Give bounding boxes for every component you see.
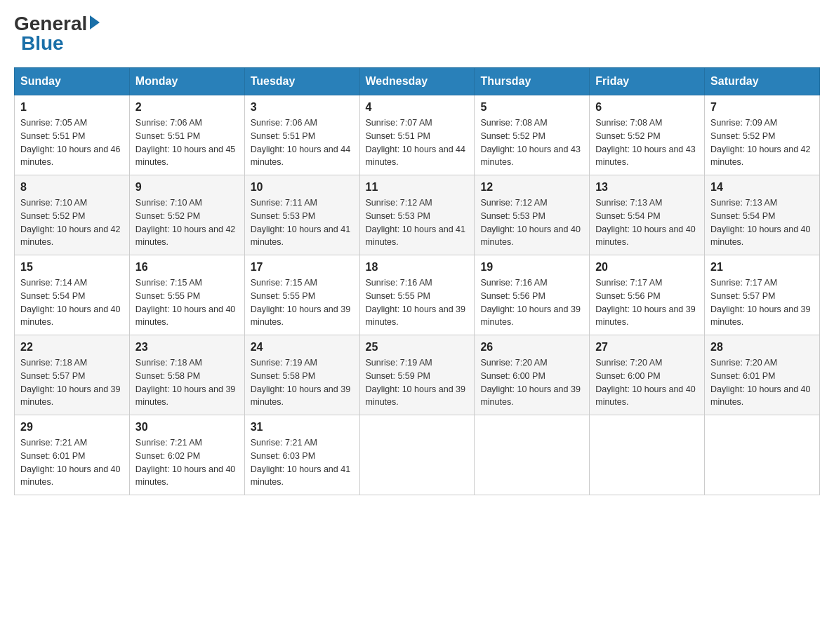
day-info: Sunrise: 7:17 AMSunset: 5:57 PMDaylight:…: [710, 278, 810, 327]
calendar-cell: 23 Sunrise: 7:18 AMSunset: 5:58 PMDaylig…: [129, 335, 244, 415]
day-number: 18: [366, 261, 469, 274]
day-info: Sunrise: 7:12 AMSunset: 5:53 PMDaylight:…: [480, 198, 580, 247]
logo-arrow-icon: [90, 15, 100, 29]
calendar-cell: 6 Sunrise: 7:08 AMSunset: 5:52 PMDayligh…: [590, 95, 705, 175]
calendar-cell: 24 Sunrise: 7:19 AMSunset: 5:58 PMDaylig…: [244, 335, 359, 415]
calendar-week-row: 29 Sunrise: 7:21 AMSunset: 6:01 PMDaylig…: [15, 415, 820, 495]
calendar-cell: 4 Sunrise: 7:07 AMSunset: 5:51 PMDayligh…: [359, 95, 475, 175]
day-info: Sunrise: 7:19 AMSunset: 5:58 PMDaylight:…: [251, 358, 350, 407]
calendar-cell: 18 Sunrise: 7:16 AMSunset: 5:55 PMDaylig…: [359, 255, 475, 335]
day-number: 29: [20, 421, 124, 434]
day-info: Sunrise: 7:06 AMSunset: 5:51 PMDaylight:…: [251, 118, 350, 167]
day-number: 26: [480, 341, 583, 354]
day-info: Sunrise: 7:14 AMSunset: 5:54 PMDaylight:…: [20, 278, 120, 327]
calendar-cell: 30 Sunrise: 7:21 AMSunset: 6:02 PMDaylig…: [129, 415, 244, 495]
day-info: Sunrise: 7:13 AMSunset: 5:54 PMDaylight:…: [595, 198, 695, 247]
day-info: Sunrise: 7:06 AMSunset: 5:51 PMDaylight:…: [135, 118, 235, 167]
day-info: Sunrise: 7:16 AMSunset: 5:55 PMDaylight:…: [366, 278, 465, 327]
calendar-cell: 20 Sunrise: 7:17 AMSunset: 5:56 PMDaylig…: [590, 255, 705, 335]
day-number: 2: [135, 101, 239, 114]
day-info: Sunrise: 7:18 AMSunset: 5:58 PMDaylight:…: [135, 358, 235, 407]
day-info: Sunrise: 7:18 AMSunset: 5:57 PMDaylight:…: [20, 358, 120, 407]
calendar-cell: 10 Sunrise: 7:11 AMSunset: 5:53 PMDaylig…: [244, 175, 359, 255]
day-number: 4: [366, 101, 469, 114]
day-info: Sunrise: 7:10 AMSunset: 5:52 PMDaylight:…: [20, 198, 120, 247]
calendar-week-row: 15 Sunrise: 7:14 AMSunset: 5:54 PMDaylig…: [15, 255, 820, 335]
day-info: Sunrise: 7:15 AMSunset: 5:55 PMDaylight:…: [135, 278, 235, 327]
weekday-header-sunday: Sunday: [15, 68, 130, 95]
calendar-cell: 5 Sunrise: 7:08 AMSunset: 5:52 PMDayligh…: [475, 95, 590, 175]
logo-blue-text: Blue: [14, 34, 64, 53]
logo-general-text: General: [14, 14, 87, 34]
day-number: 11: [366, 181, 469, 194]
day-number: 24: [251, 341, 354, 354]
weekday-header-thursday: Thursday: [475, 68, 590, 95]
calendar-cell: 25 Sunrise: 7:19 AMSunset: 5:59 PMDaylig…: [359, 335, 475, 415]
day-info: Sunrise: 7:21 AMSunset: 6:01 PMDaylight:…: [20, 438, 120, 487]
day-number: 5: [480, 101, 583, 114]
calendar-cell: 11 Sunrise: 7:12 AMSunset: 5:53 PMDaylig…: [359, 175, 475, 255]
calendar-week-row: 1 Sunrise: 7:05 AMSunset: 5:51 PMDayligh…: [15, 95, 820, 175]
day-number: 20: [595, 261, 699, 274]
day-number: 21: [710, 261, 814, 274]
day-info: Sunrise: 7:20 AMSunset: 6:01 PMDaylight:…: [710, 358, 810, 407]
calendar-cell: 28 Sunrise: 7:20 AMSunset: 6:01 PMDaylig…: [705, 335, 820, 415]
day-info: Sunrise: 7:12 AMSunset: 5:53 PMDaylight:…: [366, 198, 465, 247]
calendar-week-row: 22 Sunrise: 7:18 AMSunset: 5:57 PMDaylig…: [15, 335, 820, 415]
calendar-cell: 31 Sunrise: 7:21 AMSunset: 6:03 PMDaylig…: [244, 415, 359, 495]
day-info: Sunrise: 7:16 AMSunset: 5:56 PMDaylight:…: [480, 278, 580, 327]
calendar-cell: 8 Sunrise: 7:10 AMSunset: 5:52 PMDayligh…: [15, 175, 130, 255]
calendar-cell: [475, 415, 590, 495]
day-info: Sunrise: 7:17 AMSunset: 5:56 PMDaylight:…: [595, 278, 695, 327]
day-number: 10: [251, 181, 354, 194]
day-info: Sunrise: 7:08 AMSunset: 5:52 PMDaylight:…: [480, 118, 580, 167]
day-info: Sunrise: 7:13 AMSunset: 5:54 PMDaylight:…: [710, 198, 810, 247]
weekday-header-saturday: Saturday: [705, 68, 820, 95]
day-info: Sunrise: 7:19 AMSunset: 5:59 PMDaylight:…: [366, 358, 465, 407]
weekday-header-tuesday: Tuesday: [244, 68, 359, 95]
day-number: 22: [20, 341, 124, 354]
calendar-cell: 15 Sunrise: 7:14 AMSunset: 5:54 PMDaylig…: [15, 255, 130, 335]
day-number: 31: [251, 421, 354, 434]
calendar-cell: 7 Sunrise: 7:09 AMSunset: 5:52 PMDayligh…: [705, 95, 820, 175]
day-info: Sunrise: 7:20 AMSunset: 6:00 PMDaylight:…: [595, 358, 695, 407]
calendar-cell: 21 Sunrise: 7:17 AMSunset: 5:57 PMDaylig…: [705, 255, 820, 335]
calendar-cell: 22 Sunrise: 7:18 AMSunset: 5:57 PMDaylig…: [15, 335, 130, 415]
calendar-cell: 3 Sunrise: 7:06 AMSunset: 5:51 PMDayligh…: [244, 95, 359, 175]
calendar-cell: 14 Sunrise: 7:13 AMSunset: 5:54 PMDaylig…: [705, 175, 820, 255]
calendar-cell: 27 Sunrise: 7:20 AMSunset: 6:00 PMDaylig…: [590, 335, 705, 415]
day-number: 8: [20, 181, 124, 194]
day-number: 9: [135, 181, 239, 194]
day-number: 27: [595, 341, 699, 354]
calendar-cell: 12 Sunrise: 7:12 AMSunset: 5:53 PMDaylig…: [475, 175, 590, 255]
logo: General Blue: [14, 14, 100, 53]
calendar-cell: 13 Sunrise: 7:13 AMSunset: 5:54 PMDaylig…: [590, 175, 705, 255]
calendar-cell: [590, 415, 705, 495]
day-info: Sunrise: 7:15 AMSunset: 5:55 PMDaylight:…: [251, 278, 350, 327]
day-number: 28: [710, 341, 814, 354]
weekday-header-friday: Friday: [590, 68, 705, 95]
calendar-cell: 2 Sunrise: 7:06 AMSunset: 5:51 PMDayligh…: [129, 95, 244, 175]
day-info: Sunrise: 7:10 AMSunset: 5:52 PMDaylight:…: [135, 198, 235, 247]
day-info: Sunrise: 7:21 AMSunset: 6:02 PMDaylight:…: [135, 438, 235, 487]
calendar-cell: 29 Sunrise: 7:21 AMSunset: 6:01 PMDaylig…: [15, 415, 130, 495]
day-number: 14: [710, 181, 814, 194]
day-number: 16: [135, 261, 239, 274]
day-number: 7: [710, 101, 814, 114]
day-number: 6: [595, 101, 699, 114]
calendar-cell: 19 Sunrise: 7:16 AMSunset: 5:56 PMDaylig…: [475, 255, 590, 335]
day-info: Sunrise: 7:21 AMSunset: 6:03 PMDaylight:…: [251, 438, 350, 487]
calendar-cell: 1 Sunrise: 7:05 AMSunset: 5:51 PMDayligh…: [15, 95, 130, 175]
calendar-cell: 16 Sunrise: 7:15 AMSunset: 5:55 PMDaylig…: [129, 255, 244, 335]
day-info: Sunrise: 7:08 AMSunset: 5:52 PMDaylight:…: [595, 118, 695, 167]
day-number: 1: [20, 101, 124, 114]
calendar-week-row: 8 Sunrise: 7:10 AMSunset: 5:52 PMDayligh…: [15, 175, 820, 255]
day-info: Sunrise: 7:20 AMSunset: 6:00 PMDaylight:…: [480, 358, 580, 407]
day-number: 15: [20, 261, 124, 274]
weekday-header-wednesday: Wednesday: [359, 68, 475, 95]
day-number: 17: [251, 261, 354, 274]
day-info: Sunrise: 7:11 AMSunset: 5:53 PMDaylight:…: [251, 198, 350, 247]
day-number: 13: [595, 181, 699, 194]
day-number: 25: [366, 341, 469, 354]
calendar-cell: 17 Sunrise: 7:15 AMSunset: 5:55 PMDaylig…: [244, 255, 359, 335]
